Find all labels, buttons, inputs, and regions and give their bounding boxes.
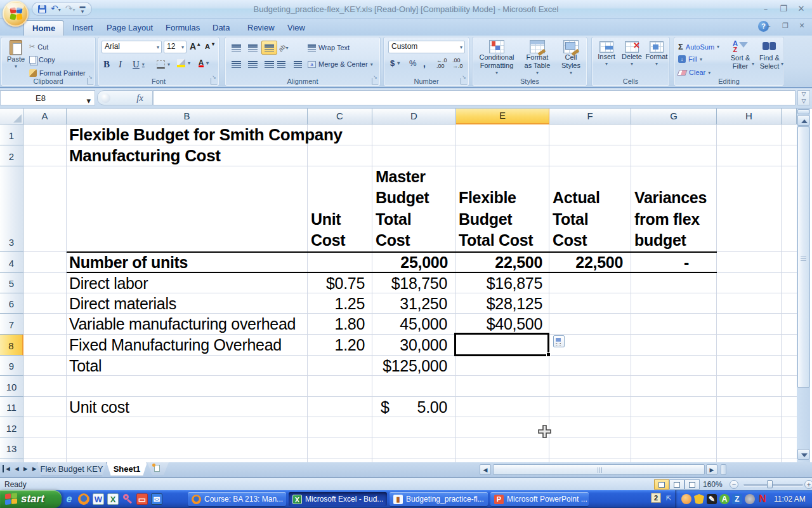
row-header-3[interactable]: 3	[0, 166, 23, 252]
tab-review[interactable]: Review	[239, 20, 283, 36]
fill-color-button[interactable]: ▾	[177, 59, 190, 67]
tray-orange-icon[interactable]	[681, 494, 691, 504]
save-icon[interactable]	[38, 5, 46, 13]
underline-button[interactable]: U▾	[133, 59, 145, 70]
column-header-G[interactable]: G	[631, 109, 717, 124]
sheet-tab-sheet1[interactable]: Sheet1	[107, 462, 147, 476]
close-button[interactable]: ✕	[796, 4, 807, 13]
spreadsheet-grid[interactable]: ABCDEFGH 12345678910111213 Flexible Budg…	[0, 109, 797, 462]
insert-worksheet-tab[interactable]	[147, 462, 169, 475]
cell-d11[interactable]: 5.00	[372, 397, 447, 417]
row-header-7[interactable]: 7	[0, 314, 23, 335]
zoom-in-button[interactable]: +	[804, 480, 812, 489]
column-header-C[interactable]: C	[308, 109, 372, 124]
comma-style-button[interactable]: ,	[423, 58, 426, 69]
row-header-12[interactable]: 12	[0, 417, 23, 438]
cell-d8[interactable]: 30,000	[372, 335, 447, 356]
find-select-button[interactable]: Find & Select▾	[756, 40, 783, 70]
row-header-9[interactable]: 9	[0, 356, 23, 376]
column-header-E[interactable]: E	[456, 109, 549, 124]
tab-view[interactable]: View	[279, 20, 313, 36]
minimize-button[interactable]: –	[760, 4, 771, 13]
key-icon[interactable]	[122, 493, 133, 505]
fill-button[interactable]: ↓Fill▾	[678, 55, 702, 63]
cell-g4[interactable]: -	[631, 252, 689, 273]
hscroll-left-icon[interactable]: ◀	[480, 464, 491, 475]
font-size-combo[interactable]: 12▾	[164, 41, 187, 53]
cell-b4[interactable]: Number of units	[69, 252, 188, 273]
cell-b5[interactable]: Direct labor	[69, 273, 148, 293]
insert-cells-button[interactable]: Insert▾	[594, 41, 619, 67]
copy-button[interactable]: Copy	[29, 56, 55, 64]
zoom-out-button[interactable]: −	[730, 480, 738, 489]
name-box-dropdown-icon[interactable]: ▾	[86, 96, 91, 105]
cell-styles-button[interactable]: Cell Styles▾	[555, 40, 587, 76]
horizontal-scroll-thumb[interactable]	[493, 464, 705, 475]
sheet-tab-flex-budget-key[interactable]: Flex Budget KEY	[37, 462, 107, 476]
cell-g3[interactable]: Variances from flex budget	[634, 166, 707, 251]
cell-d9[interactable]: $125,000	[372, 356, 447, 376]
row-header-8[interactable]: 8	[0, 335, 23, 356]
row-header-10[interactable]: 10	[0, 376, 23, 397]
format-painter-button[interactable]: Format Painter	[29, 69, 86, 77]
row-header-1[interactable]: 1	[0, 124, 23, 145]
cell-d3[interactable]: Master Budget Total Cost	[376, 166, 429, 251]
tray-shield-icon[interactable]	[694, 494, 704, 504]
language-icon[interactable]: 2	[651, 493, 661, 503]
tray-black-icon[interactable]: ✎	[707, 494, 717, 504]
number-format-combo[interactable]: Custom▾	[388, 41, 465, 53]
cell-b11[interactable]: Unit cost	[69, 397, 129, 417]
cell-f4[interactable]: 22,500	[549, 252, 623, 273]
office-button[interactable]	[3, 1, 29, 27]
decrease-indent-button[interactable]	[273, 57, 289, 71]
vertical-scroll-thumb[interactable]	[797, 126, 809, 388]
format-as-table-button[interactable]: Format as Table▾	[521, 40, 554, 76]
cell-c3[interactable]: Unit Cost	[311, 166, 345, 251]
page-break-view-button[interactable]	[684, 479, 700, 490]
font-color-button[interactable]: A▾	[199, 59, 209, 67]
percent-style-button[interactable]: %	[409, 58, 417, 68]
undo-icon[interactable]: ↶▾	[51, 2, 61, 17]
align-middle-button[interactable]	[245, 41, 261, 55]
cell-d6[interactable]: 31,250	[372, 293, 447, 314]
row-header-6[interactable]: 6	[0, 293, 23, 314]
ie-icon[interactable]: e	[63, 493, 75, 505]
cell-c5[interactable]: $0.75	[308, 273, 365, 293]
selected-cell-e8[interactable]	[454, 333, 549, 356]
shrink-font-button[interactable]: A▾	[205, 43, 214, 50]
cell-b2[interactable]: Manufacturing Cost	[69, 145, 221, 166]
expand-formula-bar-icon[interactable]: ▽▽	[797, 90, 810, 105]
bold-button[interactable]: B	[103, 59, 110, 70]
sort-filter-button[interactable]: AZ Sort & Filter▾	[726, 40, 754, 70]
name-box[interactable]: E8▾	[0, 90, 95, 105]
cell-b7[interactable]: Variable manufacturing overhead	[69, 314, 296, 335]
workbook-minimize-button[interactable]: –	[764, 22, 774, 30]
column-header-F[interactable]: F	[549, 109, 631, 124]
cell-c8[interactable]: 1.20	[308, 335, 365, 356]
zoom-level[interactable]: 160%	[703, 480, 723, 489]
select-all-corner[interactable]	[0, 109, 23, 124]
decrease-decimal-button[interactable]: .00→.0	[452, 58, 463, 69]
paste-button[interactable]: Paste▾	[4, 40, 28, 69]
zoom-slider-track[interactable]	[743, 484, 803, 486]
format-cells-button[interactable]: Format▾	[645, 41, 668, 67]
column-header-D[interactable]: D	[372, 109, 456, 124]
fill-handle[interactable]	[546, 352, 551, 357]
cell-d7[interactable]: 45,000	[372, 314, 447, 335]
cell-f3[interactable]: Actual Total Cost	[553, 166, 600, 251]
task-budgeting[interactable]: ▮Budgeting_practice-fl...	[390, 492, 488, 506]
wrap-text-button[interactable]: Wrap Text	[308, 44, 350, 51]
conditional-formatting-button[interactable]: Conditional Formatting▾	[474, 40, 520, 76]
tray-gray-icon[interactable]	[745, 494, 755, 504]
workbook-close-button[interactable]: ✕	[797, 22, 807, 30]
tray-n-icon[interactable]: N	[757, 494, 768, 504]
clear-button[interactable]: Clear▾	[678, 69, 710, 76]
cut-button[interactable]: ✂Cut	[29, 43, 48, 51]
increase-indent-button[interactable]	[290, 57, 306, 71]
align-center-button[interactable]	[245, 57, 261, 71]
row-header-11[interactable]: 11	[0, 397, 23, 417]
redo-icon[interactable]: ↷▾	[65, 2, 75, 17]
cell-d4[interactable]: 25,000	[372, 252, 448, 273]
sheet-nav-buttons[interactable]: ◄◄►►	[3, 465, 42, 472]
hscroll-right-icon[interactable]: ▶	[706, 464, 717, 475]
